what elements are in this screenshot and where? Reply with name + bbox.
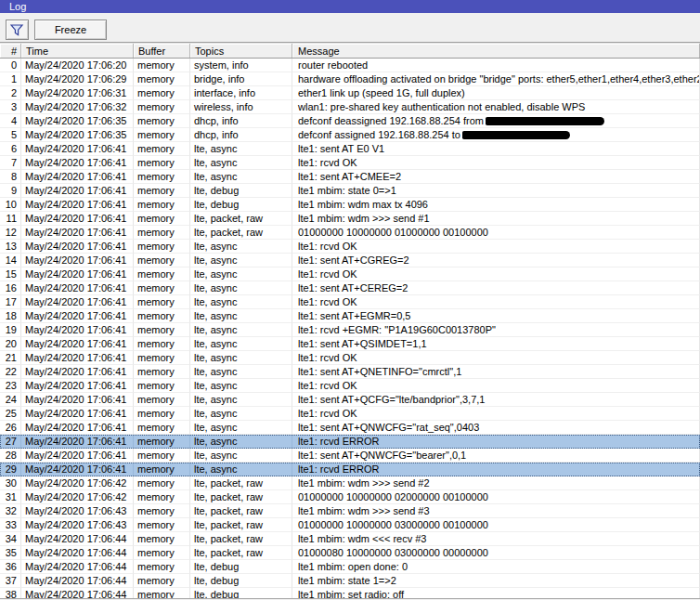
cell-buffer: memory xyxy=(134,184,190,198)
buffer-text: memory xyxy=(137,254,175,266)
cell-buffer: memory xyxy=(134,476,190,490)
column-header-topics[interactable]: Topics xyxy=(190,44,292,58)
log-row[interactable]: 0May/24/2020 17:06:20memorysystem, infor… xyxy=(0,59,700,72)
cell-buffer: memory xyxy=(134,281,190,295)
time-text: May/24/2020 17:06:41 xyxy=(25,450,126,461)
log-row[interactable]: 38May/24/2020 17:06:44memorylte, debuglt… xyxy=(0,588,700,598)
column-header-time[interactable]: Time xyxy=(21,44,134,58)
message-text: lte1 mbim: state 0=>1 xyxy=(298,185,396,196)
cell-topics: lte, packet, raw xyxy=(190,226,292,240)
log-row[interactable]: 37May/24/2020 17:06:44memorylte, debuglt… xyxy=(0,574,700,588)
cell-time: May/24/2020 17:06:44 xyxy=(21,574,134,588)
log-row[interactable]: 5May/24/2020 17:06:35memorydhcp, infodef… xyxy=(0,128,700,142)
window-titlebar[interactable]: Log xyxy=(0,0,700,13)
message-text: lte1 mbim: wdm >>> send #3 xyxy=(298,505,430,516)
log-row[interactable]: 25May/24/2020 17:06:41memorylte, asynclt… xyxy=(0,407,700,421)
log-row[interactable]: 35May/24/2020 17:06:44memorylte, packet,… xyxy=(0,546,700,560)
cell-topics: lte, async xyxy=(190,295,292,309)
log-row[interactable]: 24May/24/2020 17:06:41memorylte, asynclt… xyxy=(0,393,700,407)
log-row[interactable]: 31May/24/2020 17:06:42memorylte, packet,… xyxy=(0,490,700,504)
freeze-button[interactable]: Freeze xyxy=(34,20,107,40)
log-row[interactable]: 2May/24/2020 17:06:31memoryinterface, in… xyxy=(0,86,700,100)
log-row[interactable]: 17May/24/2020 17:06:41memorylte, asynclt… xyxy=(0,295,700,309)
column-header-buffer[interactable]: Buffer xyxy=(134,44,190,58)
cell-message: lte1 mbim: wdm >>> send #1 xyxy=(292,212,700,226)
log-row[interactable]: 14May/24/2020 17:06:41memorylte, asynclt… xyxy=(0,254,700,267)
message-text: 01000000 10000000 02000000 00100000 xyxy=(298,491,488,502)
id-text: 21 xyxy=(6,352,17,363)
cell-message: defconf deassigned 192.168.88.254 from xyxy=(292,114,700,128)
log-row[interactable]: 3May/24/2020 17:06:32memorywireless, inf… xyxy=(0,100,700,114)
buffer-text: memory xyxy=(137,463,175,475)
log-row[interactable]: 34May/24/2020 17:06:44memorylte, packet,… xyxy=(0,532,700,546)
log-row[interactable]: 16May/24/2020 17:06:41memorylte, asynclt… xyxy=(0,281,700,295)
log-row[interactable]: 18May/24/2020 17:06:41memorylte, asynclt… xyxy=(0,309,700,323)
log-row[interactable]: 20May/24/2020 17:06:41memorylte, asynclt… xyxy=(0,337,700,351)
log-row[interactable]: 8May/24/2020 17:06:41memorylte, asynclte… xyxy=(0,170,700,184)
cell-topics: lte, async xyxy=(190,393,292,407)
cell-message: 01000080 10000000 03000000 00000000 xyxy=(292,546,700,560)
column-header-id[interactable]: # xyxy=(0,44,21,58)
log-row[interactable]: 13May/24/2020 17:06:41memorylte, asynclt… xyxy=(0,240,700,254)
topics-text: lte, packet, raw xyxy=(194,227,263,238)
log-row[interactable]: 19May/24/2020 17:06:41memorylte, asynclt… xyxy=(0,323,700,337)
buffer-text: memory xyxy=(137,547,175,558)
log-row[interactable]: 4May/24/2020 17:06:35memorydhcp, infodef… xyxy=(0,114,700,128)
log-row[interactable]: 12May/24/2020 17:06:41memorylte, packet,… xyxy=(0,226,700,240)
log-row[interactable]: 32May/24/2020 17:06:43memorylte, packet,… xyxy=(0,504,700,518)
id-text: 26 xyxy=(6,422,17,433)
buffer-text: memory xyxy=(137,408,175,419)
topics-text: lte, debug xyxy=(194,561,239,572)
cell-message: 01000000 10000000 01000000 00100000 xyxy=(292,226,700,240)
log-row[interactable]: 36May/24/2020 17:06:44memorylte, debuglt… xyxy=(0,560,700,574)
log-row[interactable]: 26May/24/2020 17:06:41memorylte, asynclt… xyxy=(0,421,700,435)
log-row[interactable]: 30May/24/2020 17:06:42memorylte, packet,… xyxy=(0,476,700,490)
time-text: May/24/2020 17:06:44 xyxy=(25,589,126,598)
topics-text: lte, packet, raw xyxy=(194,477,263,489)
cell-buffer: memory xyxy=(134,421,190,435)
cell-id: 5 xyxy=(0,128,21,142)
log-row[interactable]: 6May/24/2020 17:06:41memorylte, asynclte… xyxy=(0,142,700,156)
log-row[interactable]: 22May/24/2020 17:06:41memorylte, asynclt… xyxy=(0,365,700,379)
cell-message: lte1 mbim: state 1=>2 xyxy=(292,574,700,588)
cell-id: 0 xyxy=(0,59,21,72)
cell-time: May/24/2020 17:06:41 xyxy=(21,449,134,463)
cell-id: 37 xyxy=(0,574,21,588)
log-row[interactable]: 21May/24/2020 17:06:41memorylte, asynclt… xyxy=(0,351,700,365)
log-row[interactable]: 10May/24/2020 17:06:41memorylte, debuglt… xyxy=(0,198,700,212)
funnel-icon xyxy=(10,23,24,34)
time-text: May/24/2020 17:06:41 xyxy=(25,366,126,377)
log-row[interactable]: 33May/24/2020 17:06:43memorylte, packet,… xyxy=(0,518,700,532)
column-header-message[interactable]: Message xyxy=(292,44,700,58)
cell-id: 38 xyxy=(0,588,21,598)
log-row[interactable]: 29May/24/2020 17:06:41memorylte, asynclt… xyxy=(0,463,700,476)
cell-id: 28 xyxy=(0,449,21,463)
log-row[interactable]: 7May/24/2020 17:06:41memorylte, asynclte… xyxy=(0,156,700,170)
log-row[interactable]: 1May/24/2020 17:06:29memorybridge, infoh… xyxy=(0,72,700,86)
message-text: lte1: sent AT+QSIMDET=1,1 xyxy=(298,338,427,349)
log-row[interactable]: 11May/24/2020 17:06:41memorylte, packet,… xyxy=(0,212,700,226)
buffer-text: memory xyxy=(137,296,175,307)
buffer-text: memory xyxy=(137,450,175,461)
buffer-text: memory xyxy=(137,422,175,433)
message-text: 01000000 10000000 01000000 00100000 xyxy=(298,227,488,238)
log-row[interactable]: 27May/24/2020 17:06:41memorylte, asynclt… xyxy=(0,435,700,449)
cell-message: lte1: sent AT+CGREG=2 xyxy=(292,254,700,267)
time-text: May/24/2020 17:06:29 xyxy=(25,73,126,85)
log-table: #TimeBufferTopicsMessage 0May/24/2020 17… xyxy=(0,43,700,598)
cell-message: lte1: rcvd OK xyxy=(292,295,700,309)
log-row[interactable]: 23May/24/2020 17:06:41memorylte, asynclt… xyxy=(0,379,700,393)
log-row[interactable]: 9May/24/2020 17:06:41memorylte, debuglte… xyxy=(0,184,700,198)
cell-topics: lte, async xyxy=(190,421,292,435)
log-row[interactable]: 15May/24/2020 17:06:41memorylte, asynclt… xyxy=(0,267,700,281)
cell-id: 12 xyxy=(0,226,21,240)
cell-time: May/24/2020 17:06:42 xyxy=(21,476,134,490)
cell-id: 3 xyxy=(0,100,21,114)
buffer-text: memory xyxy=(137,199,175,210)
filter-button[interactable] xyxy=(6,20,29,40)
cell-buffer: memory xyxy=(134,365,190,379)
cell-id: 33 xyxy=(0,518,21,532)
topics-text: lte, async xyxy=(194,408,237,419)
log-row[interactable]: 28May/24/2020 17:06:41memorylte, asynclt… xyxy=(0,449,700,463)
time-text: May/24/2020 17:06:43 xyxy=(25,519,126,530)
